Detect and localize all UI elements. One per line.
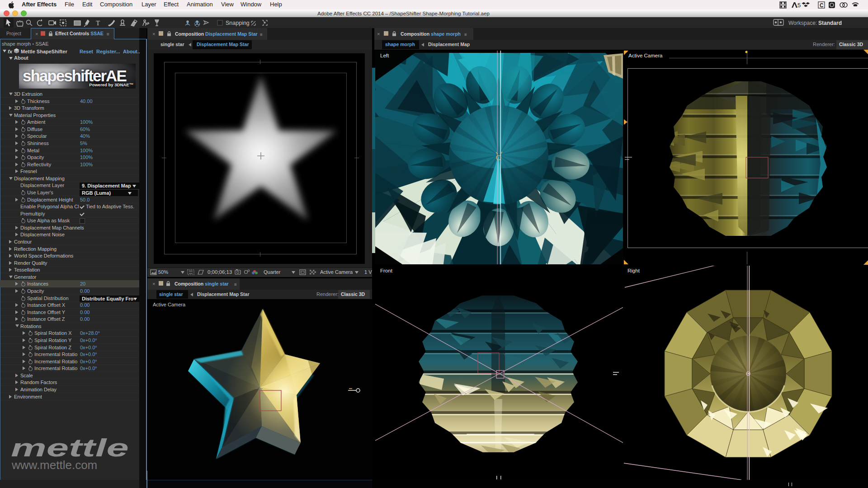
- svg-text:T: T: [96, 19, 100, 27]
- svg-text:Active Camera: Active Camera: [628, 53, 663, 58]
- svg-text:Right: Right: [627, 268, 640, 273]
- svg-text:Left: Left: [380, 53, 389, 58]
- svg-text:C: C: [820, 2, 824, 9]
- svg-text:Front: Front: [380, 268, 393, 273]
- svg-text:5: 5: [797, 2, 801, 9]
- svg-text:Snapping: Snapping: [226, 20, 250, 26]
